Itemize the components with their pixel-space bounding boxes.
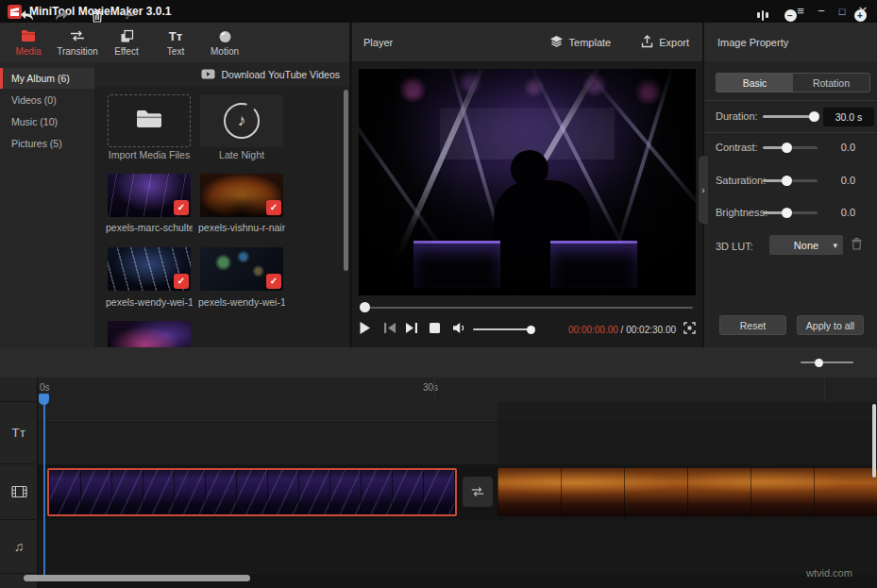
tab-rotation[interactable]: Rotation (793, 74, 869, 92)
lut-dropdown[interactable]: None ▾ (769, 235, 843, 255)
seek-knob[interactable] (360, 302, 370, 312)
timeline-clip-2[interactable] (498, 468, 877, 516)
layers-icon (549, 35, 564, 49)
saturation-label: Saturation: (716, 175, 766, 186)
zoom-in-button[interactable]: + (853, 0, 867, 30)
stop-button[interactable] (429, 321, 441, 338)
folder-icon (21, 28, 36, 43)
check-icon[interactable]: ✓ (266, 200, 281, 215)
check-icon[interactable]: ✓ (174, 274, 189, 289)
tab-media-label: Media (15, 46, 41, 57)
previous-frame-button[interactable] (383, 321, 396, 338)
brightness-slider-knob[interactable] (782, 208, 792, 218)
media-thumb-3[interactable]: ✓ (108, 247, 191, 291)
import-folder-icon (135, 108, 163, 134)
brightness-label: Brightness: (716, 207, 767, 218)
import-media-card[interactable] (108, 94, 191, 147)
timeline-ruler[interactable]: 0s 30s (38, 378, 877, 402)
apply-to-all-button[interactable]: Apply to all (797, 315, 864, 335)
text-icon: Tᴛ (169, 28, 182, 43)
media-library: ♪ Import Media Files Late Night ✓ ✓ pexe… (94, 87, 349, 347)
media-scrollbar[interactable] (344, 90, 348, 271)
playback-controls: 00:00:00.00 / 00:02:30.00 (359, 317, 696, 342)
redo-button[interactable] (52, 0, 71, 30)
export-button[interactable]: Export (635, 35, 689, 50)
sidebar-item-videos[interactable]: Videos (0) (0, 90, 94, 110)
late-night-label: Late Night (200, 149, 283, 160)
duration-slider-knob[interactable] (809, 111, 819, 122)
current-time: 00:00:00.00 (568, 325, 618, 335)
player-title: Player (363, 37, 393, 48)
split-button[interactable]: ✂ (121, 0, 138, 30)
tab-motion[interactable]: Motion (200, 23, 249, 62)
check-icon[interactable]: ✓ (266, 274, 281, 289)
check-icon[interactable]: ✓ (174, 200, 189, 215)
volume-icon[interactable] (452, 321, 465, 338)
timeline-clip-selected[interactable] (47, 468, 457, 516)
sidebar-item-music[interactable]: Music (10) (0, 111, 94, 132)
undo-button[interactable] (17, 0, 36, 30)
timeline-toolbar (0, 347, 877, 378)
timeline-zoom-slider[interactable] (801, 361, 853, 363)
delete-button[interactable] (89, 0, 106, 30)
saturation-slider-knob[interactable] (782, 176, 792, 186)
maximize-icon[interactable]: □ (832, 0, 852, 23)
music-track-icon: ♫ (14, 539, 25, 554)
track-icon-column: Tᴛ ♫ (0, 378, 38, 588)
overlay-lane (38, 402, 498, 422)
play-button[interactable] (359, 321, 371, 339)
minus-icon: − (784, 9, 797, 22)
brightness-value: 0.0 (810, 207, 855, 218)
duration-value[interactable]: 30.0 s (823, 108, 874, 126)
effect-squares-icon (120, 28, 134, 43)
import-media-label: Import Media Files (108, 149, 191, 160)
chevron-right-icon: › (701, 185, 704, 195)
media-thumb-4[interactable]: ✓ (200, 247, 283, 291)
media-thumb-4-name: pexels-wendy-wei-1... (198, 296, 285, 308)
track-height-icon[interactable] (755, 0, 770, 30)
tab-text[interactable]: Tᴛ Text (151, 23, 200, 62)
ruler-label-30s: 30s (423, 382, 438, 393)
panel-collapse-handle[interactable]: › (699, 156, 708, 224)
download-youtube-link[interactable]: Download YouTube Videos (221, 69, 340, 80)
duration-label: Duration: (716, 110, 758, 122)
zoom-out-button[interactable]: − (784, 0, 797, 30)
app-window: MiniTool MovieMaker 3.0.1 ≡ − □ ✕ Media … (0, 0, 877, 588)
scissors-icon: ✂ (122, 7, 136, 24)
next-frame-button[interactable] (405, 321, 418, 338)
lut-delete-icon[interactable] (851, 237, 863, 254)
tab-basic[interactable]: Basic (717, 74, 793, 92)
sidebar-item-pictures[interactable]: Pictures (5) (0, 133, 94, 154)
tab-text-label: Text (167, 46, 184, 57)
motion-ball-icon (218, 28, 232, 43)
property-tabs: Basic Rotation (716, 73, 870, 92)
seek-slider[interactable] (363, 307, 693, 309)
music-lane (38, 520, 877, 574)
music-circle-icon: ♪ (224, 103, 260, 139)
contrast-slider-knob[interactable] (782, 143, 792, 153)
watermark: wtvid.com (806, 567, 852, 579)
playhead-line[interactable] (43, 394, 45, 575)
saturation-value: 0.0 (810, 175, 855, 186)
media-thumb-5[interactable] (108, 321, 191, 347)
reset-button[interactable]: Reset (719, 315, 786, 335)
timeline-v-scrollbar[interactable] (872, 404, 876, 478)
timeline-zoom-knob[interactable] (815, 359, 823, 367)
fullscreen-icon[interactable] (683, 321, 696, 338)
media-thumb-2-name: pexels-vishnu-r-nair... (198, 222, 285, 233)
transition-slot-button[interactable] (463, 477, 493, 507)
late-night-card[interactable]: ♪ (200, 94, 283, 147)
media-thumb-1[interactable]: ✓ (108, 174, 191, 217)
transition-arrows-icon (69, 28, 86, 43)
video-track-header (0, 464, 38, 520)
volume-knob[interactable] (527, 326, 535, 334)
volume-slider[interactable] (473, 328, 531, 330)
template-button[interactable]: Template (544, 35, 612, 49)
playhead-handle[interactable] (39, 394, 49, 405)
minimize-icon[interactable]: − (811, 0, 832, 23)
timeline-h-scrollbar[interactable] (24, 575, 250, 581)
media-thumb-2[interactable]: ✓ (200, 174, 283, 217)
plus-icon: + (854, 9, 867, 22)
sidebar-item-my-album[interactable]: My Album (6) (0, 68, 94, 89)
music-track-header: ♫ (0, 520, 38, 574)
